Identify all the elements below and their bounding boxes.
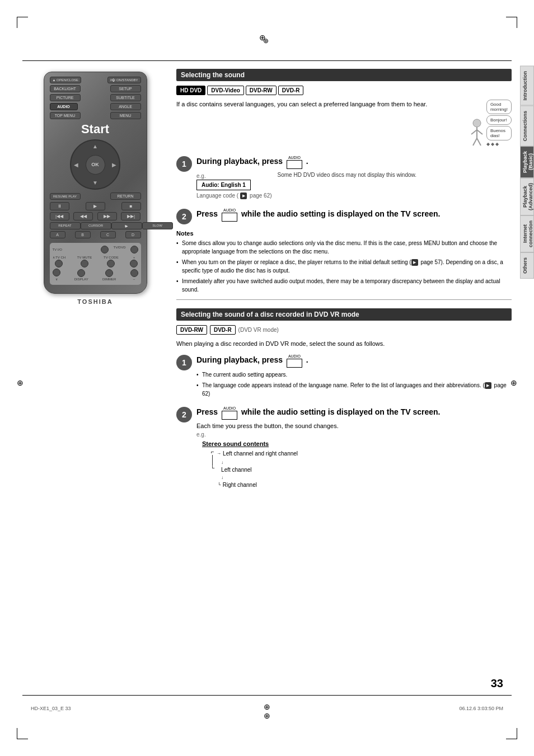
nav-circle[interactable]: ▲ ▼ ◀ ▶ OK <box>70 139 120 190</box>
speech-dots: ◆ ◆ ◆ <box>486 142 512 147</box>
tab-connections[interactable]: Connections <box>520 106 534 147</box>
notes-section: Notes Some discs allow you to change aud… <box>176 230 512 294</box>
section2-step2-text1: Press <box>196 407 218 416</box>
tv-ch-up-button[interactable] <box>55 260 63 267</box>
dimmer-button[interactable] <box>105 269 113 277</box>
backlight-button[interactable]: BACKLIGHT <box>50 85 81 92</box>
dimmer-label: DIMMER <box>102 278 116 281</box>
tab-internet[interactable]: Internetconnection <box>520 215 534 252</box>
tv-mute-label: TV MUTE <box>77 256 92 259</box>
note-item-2: When you turn on the player or replace a… <box>176 258 512 275</box>
audio-key-label-2: AUDIO <box>223 208 236 213</box>
setup-button[interactable]: SETUP <box>110 85 141 92</box>
tv-mute-button[interactable] <box>81 260 88 267</box>
tab-playback-advanced[interactable]: Playback(Advanced) <box>520 178 534 215</box>
main-content: ▲ OPEN/CLOSE I/⏻ ON/STANDBY BACKLIGHT SE… <box>22 66 512 690</box>
tv-vol-minus-button[interactable] <box>130 269 138 277</box>
nav-right[interactable]: ▶ <box>112 162 116 168</box>
section1-title: Selecting the sound <box>176 69 512 81</box>
prev-chapter-button[interactable]: |◀◀ <box>50 212 69 220</box>
tv-ch-down-button[interactable] <box>53 269 60 276</box>
return-button[interactable]: RETURN <box>110 192 141 200</box>
eg-label-2: e.g. <box>196 431 512 438</box>
section2-step2-title: Press AUDIO while the audio setting is d… <box>196 406 512 420</box>
footer-center: ⊕ <box>264 702 270 711</box>
on-standby-button[interactable]: I/⏻ ON/STANDBY <box>107 77 141 83</box>
tab-introduction[interactable]: Introduction <box>520 66 534 106</box>
flow-line-3: Right channel <box>223 480 257 490</box>
corner-mark-br <box>506 728 517 739</box>
menu-button[interactable]: MENU <box>110 112 141 119</box>
step1-container: 1 During playback, press AUDIO . e.g. Au… <box>176 155 512 202</box>
svg-line-2 <box>471 130 477 134</box>
tv-vol-plus-button[interactable] <box>130 260 138 267</box>
section2: Selecting the sound of a disc recorded i… <box>176 308 512 490</box>
fwd-button[interactable]: ▶▶ <box>97 212 117 220</box>
tv-code-button[interactable] <box>107 260 115 267</box>
step1-number: 1 <box>176 156 192 172</box>
section2-step1-period: . <box>306 355 308 364</box>
picture-button[interactable]: PICTURE <box>50 94 81 101</box>
svg-point-0 <box>473 119 481 127</box>
play-button[interactable]: ▶ <box>86 202 105 210</box>
pause-button[interactable]: ⏸ <box>50 202 69 210</box>
c-button[interactable]: C <box>100 231 116 238</box>
step1-text: During playback, press <box>196 157 283 166</box>
d-button[interactable]: D <box>125 231 141 238</box>
subtitle-button[interactable]: SUBTITLE <box>110 94 141 101</box>
section2-step2-content: Press AUDIO while the audio setting is d… <box>196 406 512 490</box>
step1-title: During playback, press AUDIO . <box>196 155 512 169</box>
toshiba-brand: TOSHIBA <box>77 298 113 305</box>
svg-line-4 <box>473 138 477 145</box>
section2-step1-text: During playback, press <box>196 355 283 364</box>
audio-key-label-1: AUDIO <box>288 155 301 160</box>
left-panel: ▲ OPEN/CLOSE I/⏻ ON/STANDBY BACKLIGHT SE… <box>22 66 168 690</box>
svg-line-3 <box>477 130 483 134</box>
corner-mark-tl <box>17 17 28 28</box>
tv-ch-up-label: ∧ TV CH <box>53 255 66 259</box>
resume-play-button[interactable]: RESUME PLAY <box>50 193 81 200</box>
stop-button[interactable]: ■ <box>121 202 141 210</box>
tvdvd-button[interactable] <box>130 246 138 253</box>
rew-button[interactable]: ◀◀ <box>73 212 93 220</box>
audio-key-box-2 <box>222 213 237 222</box>
nav-left[interactable]: ◀ <box>74 162 78 168</box>
step2-container: 2 Press AUDIO while the audio setting is… <box>176 208 512 224</box>
lang-code-note: Language code (▶ page 62) <box>196 192 272 199</box>
badge-dvdr-2: DVD-R <box>210 325 236 335</box>
angle-button[interactable]: ANGLE <box>110 103 141 110</box>
top-menu-button[interactable]: TOP MENU <box>50 112 81 119</box>
next-chapter-button[interactable]: ▶▶| <box>121 212 140 220</box>
person-icon <box>469 119 485 147</box>
nav-down[interactable]: ▼ <box>92 180 98 186</box>
right-panel: Selecting the sound HD DVD DVD-Video DVD… <box>168 66 512 690</box>
page-number: 33 <box>491 677 503 690</box>
audio-key-wrapper-1: AUDIO <box>287 155 302 169</box>
cursor-button[interactable]: CURSOR <box>81 222 111 229</box>
tv-io-button[interactable] <box>101 246 109 253</box>
audio-key-box-1 <box>287 160 302 169</box>
i-p-button[interactable]: I▶ <box>111 222 142 229</box>
tab-playback-basic[interactable]: Playback(Basic) <box>520 146 534 178</box>
display-button[interactable] <box>77 269 85 277</box>
section2-bullet-1: The current audio setting appears. <box>196 370 512 379</box>
nav-up[interactable]: ▲ <box>92 143 98 149</box>
reg-mark-top: ⊕ <box>263 37 271 45</box>
b-button[interactable]: B <box>75 231 91 238</box>
repeat-button[interactable]: REPEAT <box>50 222 81 229</box>
ok-button[interactable]: OK <box>86 155 105 175</box>
open-close-button[interactable]: ▲ OPEN/CLOSE <box>50 77 82 83</box>
step2-content: Press AUDIO while the audio setting is d… <box>196 208 512 224</box>
a-button[interactable]: A <box>50 231 65 238</box>
tab-others[interactable]: Others <box>520 252 534 279</box>
step2-text2: while the audio setting is displayed on … <box>241 209 441 218</box>
badge-dvdr-1: DVD-R <box>278 86 304 95</box>
slow-button[interactable]: SLOW <box>142 222 173 229</box>
audio-key-box-3 <box>287 359 302 368</box>
section1-badges: HD DVD DVD-Video DVD-RW DVD-R <box>176 86 512 95</box>
audio-button[interactable]: AUDIO <box>50 103 78 110</box>
corner-mark-tr <box>506 17 517 28</box>
section2-step2-text2: while the audio setting is displayed on … <box>241 407 441 416</box>
step2-text1: Press <box>196 209 218 218</box>
audio-key-label-3: AUDIO <box>288 354 301 359</box>
